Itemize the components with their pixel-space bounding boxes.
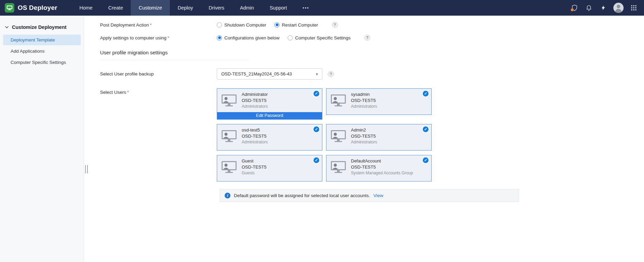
radio-icon[interactable] xyxy=(217,22,222,28)
post-deployment-action-row: Post Deployment Action* Shutdown Compute… xyxy=(100,22,644,28)
main-nav: Home Create Customize Deploy Drivers Adm… xyxy=(71,0,317,16)
radio-computer-specific-settings[interactable]: Computer Specific Settings xyxy=(288,35,351,40)
radio-restart-computer[interactable]: Restart Computer xyxy=(274,22,318,28)
check-icon[interactable]: ✓ xyxy=(423,157,429,163)
avatar-head xyxy=(617,5,620,8)
radio-configurations-given-below[interactable]: Configurations given below xyxy=(217,35,279,40)
user-card-administrator[interactable]: Administrator OSD-TEST5 Administrators ✓… xyxy=(217,88,322,120)
select-users-row: Select Users* xyxy=(100,88,644,181)
user-card-guest[interactable]: Guest OSD-TEST5 Guests ✓ xyxy=(217,155,322,181)
select-users-label: Select Users* xyxy=(100,88,217,95)
notification-bell-icon[interactable] xyxy=(585,4,593,12)
info-icon: i xyxy=(225,193,230,198)
nav-create[interactable]: Create xyxy=(100,0,131,16)
user-name: sysadmin xyxy=(351,91,377,98)
nav-admin[interactable]: Admin xyxy=(232,0,262,16)
user-computer: OSD-TEST5 xyxy=(242,164,267,170)
user-name: Administrator xyxy=(242,91,268,98)
user-profile-backup-row: Select User profile backup OSD-TEST5_21M… xyxy=(100,68,644,80)
help-icon[interactable]: ? xyxy=(364,35,370,41)
user-group: Administrators xyxy=(351,104,377,109)
user-name: Admin2 xyxy=(351,127,377,133)
user-avatar[interactable] xyxy=(613,3,624,13)
app-logo-icon xyxy=(5,3,14,13)
sidebar: Customize Deployment Deployment Template… xyxy=(0,16,84,262)
edit-password-button[interactable]: Edit Password xyxy=(217,112,322,119)
apply-settings-row: Apply settings to computer using* Config… xyxy=(100,35,644,41)
radio-icon[interactable] xyxy=(288,35,293,40)
select-value: OSD-TEST5_21May2024_05-56-43 xyxy=(221,71,292,76)
radio-icon-selected[interactable] xyxy=(217,35,222,40)
brand[interactable]: OS Deployer xyxy=(5,3,57,13)
help-icon[interactable]: ? xyxy=(328,71,334,77)
user-computer-icon xyxy=(331,94,346,107)
sidebar-item-add-applications[interactable]: Add Applications xyxy=(3,46,81,56)
apply-settings-label: Apply settings to computer using* xyxy=(100,35,217,40)
app-title: OS Deployer xyxy=(18,4,57,12)
user-computer-icon xyxy=(221,94,237,107)
user-computer: OSD-TEST5 xyxy=(351,98,377,104)
check-icon[interactable]: ✓ xyxy=(423,126,429,132)
nav-deploy[interactable]: Deploy xyxy=(170,0,201,16)
sidebar-resize-handle[interactable] xyxy=(85,165,88,173)
dropdown-caret-icon: ▾ xyxy=(316,72,318,76)
section-title-user-profile-migration: User profile migration settings xyxy=(100,50,249,60)
sidebar-header-label: Customize Deployment xyxy=(12,24,66,30)
top-navbar: OS Deployer Home Create Customize Deploy… xyxy=(0,0,644,16)
check-icon[interactable]: ✓ xyxy=(423,91,429,97)
flash-icon[interactable] xyxy=(599,4,607,12)
required-asterisk: * xyxy=(150,22,151,28)
main-panel: Post Deployment Action* Shutdown Compute… xyxy=(84,16,644,262)
user-cards-grid: Administrator OSD-TEST5 Administrators ✓… xyxy=(217,88,432,181)
sidebar-item-deployment-template[interactable]: Deployment Template xyxy=(3,35,81,45)
user-computer: OSD-TEST5 xyxy=(242,98,268,104)
user-profile-backup-select[interactable]: OSD-TEST5_21May2024_05-56-43 ▾ xyxy=(217,68,322,80)
nav-home[interactable]: Home xyxy=(71,0,100,16)
notification-dot xyxy=(571,8,574,11)
radio-icon-selected[interactable] xyxy=(274,22,279,28)
user-computer-icon xyxy=(221,130,237,143)
sidebar-item-computer-specific-settings[interactable]: Computer Specific Settings xyxy=(3,57,81,68)
content-area: Customize Deployment Deployment Template… xyxy=(0,16,644,262)
avatar-body xyxy=(615,9,622,13)
user-group: Administrators xyxy=(242,139,268,145)
required-asterisk: * xyxy=(127,90,129,95)
notice-text: Default password will be assigned for se… xyxy=(234,193,370,198)
user-group: Guests xyxy=(242,170,267,176)
user-name: Guest xyxy=(242,158,267,164)
nav-more-icon[interactable]: ••• xyxy=(295,0,317,16)
user-profile-backup-label: Select User profile backup xyxy=(100,71,217,76)
user-card-defaultaccount[interactable]: DefaultAccount OSD-TEST5 System Managed … xyxy=(326,155,432,181)
user-group: System Managed Accounts Group xyxy=(351,170,413,176)
check-icon[interactable]: ✓ xyxy=(313,126,319,132)
user-card-admin2[interactable]: Admin2 OSD-TEST5 Administrators ✓ xyxy=(326,124,432,151)
post-deployment-options: Shutdown Computer Restart Computer ? xyxy=(217,22,338,28)
required-asterisk: * xyxy=(167,35,169,40)
check-icon[interactable]: ✓ xyxy=(313,91,319,97)
apps-grid-icon[interactable] xyxy=(630,4,638,12)
radio-shutdown-computer[interactable]: Shutdown Computer xyxy=(217,22,266,28)
post-deployment-action-label: Post Deployment Action* xyxy=(100,22,217,28)
user-computer-icon xyxy=(331,130,346,143)
nav-drivers[interactable]: Drivers xyxy=(201,0,232,16)
topbar-actions xyxy=(570,3,638,13)
user-group: Administrators xyxy=(351,139,377,145)
chevron-down-icon xyxy=(5,26,9,29)
default-password-notice: i Default password will be assigned for … xyxy=(220,189,519,202)
nav-support[interactable]: Support xyxy=(262,0,295,16)
user-card-sysadmin[interactable]: sysadmin OSD-TEST5 Administrators ✓ xyxy=(326,88,432,115)
user-computer-icon xyxy=(331,161,346,174)
sidebar-section-customize-deployment[interactable]: Customize Deployment xyxy=(0,21,84,34)
shield-badge-icon[interactable] xyxy=(570,4,579,12)
user-name: DefaultAccount xyxy=(351,158,413,164)
apply-settings-options: Configurations given below Computer Spec… xyxy=(217,35,370,41)
user-computer: OSD-TEST5 xyxy=(351,164,413,170)
check-icon[interactable]: ✓ xyxy=(313,157,319,163)
user-computer: OSD-TEST5 xyxy=(351,133,377,139)
user-group: Administrators xyxy=(242,104,268,109)
nav-customize[interactable]: Customize xyxy=(131,0,170,16)
help-icon[interactable]: ? xyxy=(332,22,338,28)
view-link[interactable]: View xyxy=(373,193,383,198)
app-window: OS Deployer Home Create Customize Deploy… xyxy=(0,0,644,262)
user-card-osd-test5[interactable]: osd-test5 OSD-TEST5 Administrators ✓ xyxy=(217,124,322,151)
